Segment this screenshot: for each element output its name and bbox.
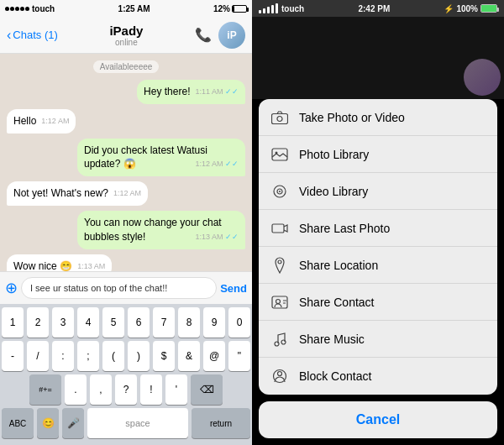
chat-panel: touch 1:25 AM 12% ‹ Chats (1) iPady onli… — [0, 0, 252, 445]
message-bubble: Wow nice 😁1:13 AM — [7, 254, 112, 271]
keyboard-row-2: - / : ; ( ) $ & @ " — [2, 341, 250, 371]
message-row: Wow nice 😁1:13 AM — [7, 254, 245, 271]
photo-library-icon — [270, 145, 289, 164]
avatar[interactable]: iP — [218, 22, 245, 49]
block-contact-label: Block Contact — [299, 369, 371, 383]
svg-point-13 — [275, 342, 279, 346]
message-bubble: Hello1:12 AM — [7, 109, 76, 134]
message-time: 1:12 AM ✓✓ — [195, 159, 239, 170]
key-2[interactable]: 2 — [27, 307, 49, 338]
key-comma[interactable]: , — [90, 374, 112, 405]
key-4[interactable]: 4 — [77, 307, 99, 338]
key-8[interactable]: 8 — [178, 307, 200, 338]
blurred-bg — [252, 17, 504, 99]
message-row: Did you check latest Watusi update? 😱1:1… — [7, 139, 245, 177]
left-status-bar: touch 1:25 AM 12% — [0, 0, 252, 17]
key-mic[interactable]: 🎤 — [62, 408, 84, 438]
contact-name: iPady — [109, 24, 143, 38]
key-3[interactable]: 3 — [52, 307, 74, 338]
key-apostrophe[interactable]: ' — [165, 374, 187, 405]
action-share-location[interactable]: Share Location — [259, 247, 497, 284]
key-at[interactable]: @ — [203, 341, 225, 371]
action-photo-library[interactable]: Photo Library — [259, 136, 497, 173]
key-5[interactable]: 5 — [102, 307, 124, 338]
action-sheet: Take Photo or Video Photo Library — [252, 99, 504, 445]
input-text: I see ur status on top of the chat!! — [30, 283, 167, 293]
date-label: Availableeeee — [93, 60, 160, 73]
key-abc[interactable]: ABC — [2, 408, 34, 438]
key-emoji[interactable]: 😊 — [37, 408, 59, 438]
action-share-music[interactable]: Share Music — [259, 321, 497, 358]
back-label: Chats (1) — [13, 29, 57, 41]
key-1[interactable]: 1 — [2, 307, 24, 338]
chat-area: Availableeeee Hey there!1:11 AM ✓✓ Hello… — [0, 54, 252, 271]
svg-point-6 — [279, 191, 281, 192]
svg-point-14 — [281, 340, 286, 344]
key-dash[interactable]: - — [2, 341, 24, 371]
action-share-contact[interactable]: Share Contact — [259, 284, 497, 321]
action-take-photo[interactable]: Take Photo or Video — [259, 99, 497, 136]
message-row: Hello1:12 AM — [7, 109, 245, 134]
message-input[interactable]: I see ur status on top of the chat!! — [21, 277, 217, 299]
key-ampersand[interactable]: & — [178, 341, 200, 371]
keyboard-row-4: ABC 😊 🎤 space return — [2, 408, 250, 438]
expand-icon[interactable]: ⊕ — [5, 279, 18, 297]
svg-rect-2 — [272, 149, 287, 160]
svg-point-16 — [278, 372, 282, 376]
action-share-last-photo[interactable]: Share Last Photo — [259, 210, 497, 247]
key-7[interactable]: 7 — [153, 307, 175, 338]
send-button[interactable]: Send — [220, 282, 247, 295]
video-library-icon — [270, 182, 289, 201]
key-special[interactable]: #+= — [29, 374, 61, 405]
message-time: 1:13 AM — [77, 261, 105, 271]
back-chevron-icon: ‹ — [7, 28, 11, 43]
delete-key[interactable]: ⌫ — [191, 374, 223, 405]
message-bubble: Hey there!1:11 AM ✓✓ — [137, 80, 245, 104]
action-video-library[interactable]: Video Library — [259, 173, 497, 210]
message-time: 1:12 AM — [113, 188, 141, 199]
key-slash[interactable]: / — [27, 341, 49, 371]
message-row: Not yet! What's new?1:12 AM — [7, 181, 245, 206]
key-period[interactable]: . — [65, 374, 87, 405]
cancel-button[interactable]: Cancel — [259, 401, 497, 438]
contact-status: online — [115, 38, 138, 47]
photo-library-label: Photo Library — [299, 148, 369, 161]
left-status-carrier: touch — [5, 4, 55, 13]
svg-point-8 — [278, 260, 281, 264]
key-open-paren[interactable]: ( — [102, 341, 124, 371]
key-colon[interactable]: : — [52, 341, 74, 371]
right-battery-label: ⚡ — [444, 4, 454, 13]
contact-avatar-bg — [464, 59, 501, 96]
key-return[interactable]: return — [192, 408, 250, 438]
action-sheet-panel: touch 2:42 PM ⚡ 100% Take Photo or Vid — [252, 0, 504, 445]
share-last-photo-icon — [270, 219, 289, 238]
key-close-paren[interactable]: ) — [128, 341, 150, 371]
key-question[interactable]: ? — [115, 374, 137, 405]
message-time: 1:12 AM — [41, 116, 69, 127]
key-quote[interactable]: " — [228, 341, 250, 371]
left-battery: 12% — [213, 4, 247, 13]
key-semicolon[interactable]: ; — [77, 341, 99, 371]
key-6[interactable]: 6 — [128, 307, 150, 338]
key-0[interactable]: 0 — [228, 307, 250, 338]
svg-point-10 — [276, 299, 281, 303]
phone-icon[interactable]: 📞 — [195, 27, 212, 43]
keyboard: 1 2 3 4 5 6 7 8 9 0 - / : ; ( ) $ & @ " … — [0, 304, 252, 445]
action-block-contact[interactable]: Block Contact — [259, 358, 497, 395]
share-location-label: Share Location — [299, 259, 378, 272]
key-space[interactable]: space — [87, 408, 188, 438]
svg-rect-0 — [272, 113, 288, 123]
keyboard-row-1: 1 2 3 4 5 6 7 8 9 0 — [2, 307, 250, 338]
key-9[interactable]: 9 — [203, 307, 225, 338]
svg-point-1 — [277, 116, 282, 121]
message-bubble: Not yet! What's new?1:12 AM — [7, 181, 148, 206]
right-time: 2:42 PM — [358, 4, 390, 13]
key-dollar[interactable]: $ — [153, 341, 175, 371]
input-area: ⊕ I see ur status on top of the chat!! S… — [0, 271, 252, 304]
share-contact-label: Share Contact — [299, 296, 375, 309]
key-exclaim[interactable]: ! — [140, 374, 162, 405]
right-status-bar: touch 2:42 PM ⚡ 100% — [252, 0, 504, 17]
message-bubble: Did you check latest Watusi update? 😱1:1… — [77, 139, 245, 177]
back-button[interactable]: ‹ Chats (1) — [7, 28, 58, 43]
message-time: 1:11 AM ✓✓ — [195, 86, 239, 97]
